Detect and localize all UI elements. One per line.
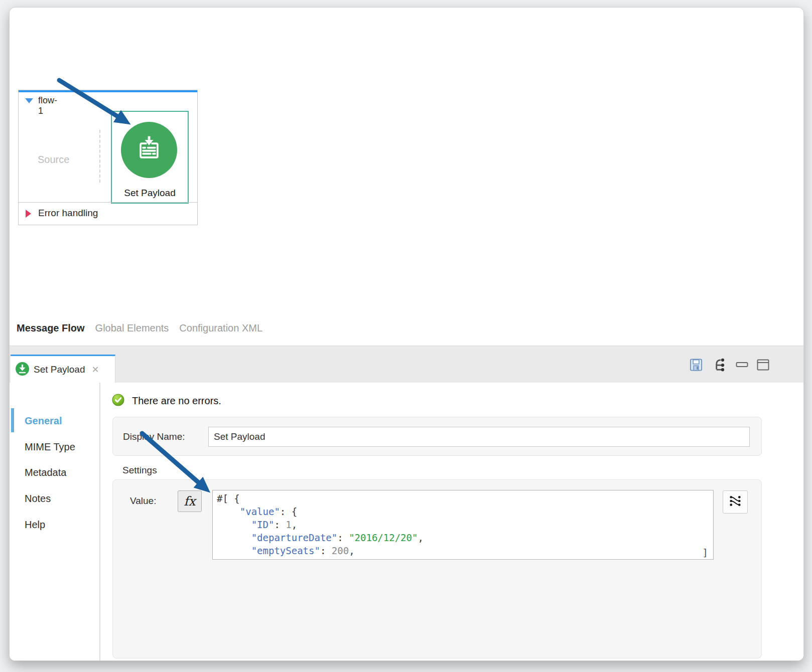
studio-window: flow-1 Source: [9, 7, 804, 661]
flow-container[interactable]: flow-1 Source: [18, 90, 198, 225]
properties-content: General MIME Type Metadata Notes Help: [10, 383, 803, 660]
code-trailing-bracket: ]: [703, 547, 708, 558]
set-payload-node-label: Set Payload: [112, 188, 188, 199]
sidebar-item-metadata[interactable]: Metadata: [25, 465, 66, 480]
flow-name: flow-1: [38, 95, 57, 116]
sidebar-divider: [99, 383, 100, 660]
properties-tab-set-payload[interactable]: Set Payload ✕: [11, 355, 115, 383]
error-handling-row[interactable]: Error handling: [19, 203, 197, 225]
tree-view-icon[interactable]: [712, 357, 727, 373]
save-icon[interactable]: [689, 358, 703, 372]
set-payload-mini-icon: [16, 362, 29, 378]
value-label: Value:: [130, 495, 156, 507]
set-payload-icon: [134, 134, 164, 165]
tab-global-elements[interactable]: Global Elements: [95, 322, 169, 334]
properties-toolbar: [689, 346, 769, 383]
flow-collapse-icon[interactable]: [25, 98, 33, 103]
no-errors-check-icon: [112, 394, 124, 408]
tab-message-flow[interactable]: Message Flow: [17, 322, 85, 334]
canvas-view-tabs: Message Flow Global Elements Configurati…: [17, 320, 262, 335]
close-tab-icon[interactable]: ✕: [91, 364, 99, 375]
dataweave-transform-button[interactable]: [723, 490, 748, 514]
status-text: There are no errors.: [132, 395, 221, 407]
sidebar-item-notes[interactable]: Notes: [25, 491, 51, 506]
flow-selected-topbar: [19, 90, 197, 92]
source-placeholder[interactable]: Source: [38, 154, 69, 165]
code-editor-content: #[ { "value": { "ID": 1, "departureDate"…: [213, 490, 713, 559]
expression-fx-button[interactable]: fx: [178, 490, 202, 512]
source-divider-dashed: [99, 130, 100, 183]
maximize-icon[interactable]: [757, 359, 769, 371]
set-payload-selection[interactable]: Set Payload: [111, 111, 189, 204]
minimize-icon[interactable]: [736, 361, 748, 368]
value-code-editor[interactable]: #[ { "value": { "ID": 1, "departureDate"…: [212, 490, 714, 560]
set-payload-node[interactable]: [121, 122, 177, 178]
error-handling-expand-icon[interactable]: [26, 210, 31, 218]
display-name-input[interactable]: [208, 427, 750, 447]
sidebar-item-general[interactable]: General: [25, 413, 62, 428]
settings-title: Settings: [122, 465, 157, 476]
properties-header: Set Payload ✕: [10, 346, 803, 383]
sidebar-item-mime-type[interactable]: MIME Type: [25, 439, 75, 454]
sidebar-active-indicator: [11, 408, 14, 432]
transform-icon: [729, 494, 742, 510]
display-name-label: Display Name:: [123, 431, 185, 442]
settings-group: Value: fx #[ { "value": { "ID": 1, "depa…: [112, 479, 762, 658]
properties-tab-title: Set Payload: [34, 364, 85, 375]
error-handling-label: Error handling: [38, 208, 98, 219]
tab-configuration-xml[interactable]: Configuration XML: [179, 322, 262, 334]
screenshot-page: flow-1 Source: [0, 0, 812, 672]
sidebar-item-help[interactable]: Help: [25, 517, 45, 532]
display-name-group: Display Name:: [112, 417, 762, 456]
